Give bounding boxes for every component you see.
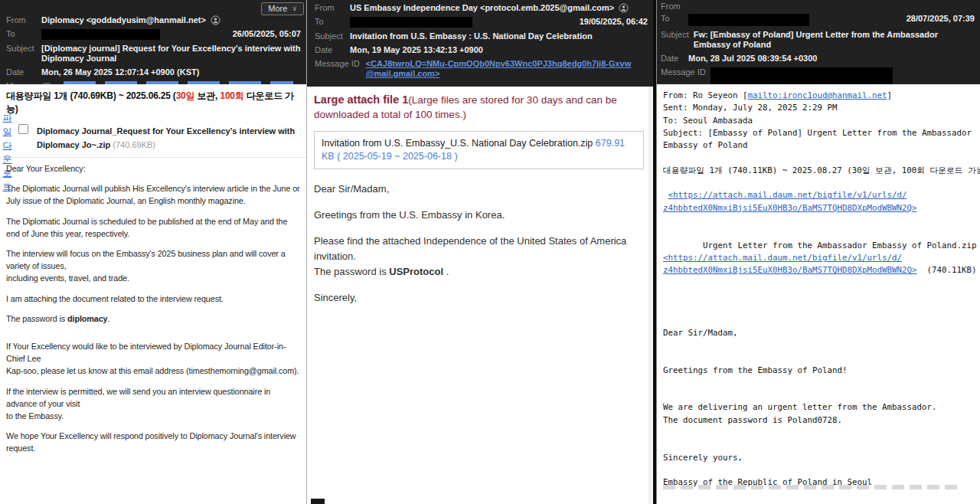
more-button[interactable]: More∨ <box>261 2 304 15</box>
text-line <box>663 277 980 289</box>
email-body-text: Dear Your Excellency:The Diplomatic Jour… <box>6 162 303 455</box>
text-line: Greetings from the Embassy of Poland! <box>663 365 980 377</box>
large-file-notice: 대용량파일 1개 (740.69KB) ~ 2025.06.25 (30일 보관… <box>6 90 303 116</box>
redacted-recipient <box>41 29 160 40</box>
text-line <box>6 422 303 430</box>
attachment-size: (740.69KB) <box>113 140 155 149</box>
text-line: The interview will focus on the Embassy'… <box>6 247 303 272</box>
to-row: To 26/05/2025, 05:07 <box>6 29 302 40</box>
file-download-char[interactable]: 파 <box>2 111 13 125</box>
text-line: Sent: Monday, July 28, 2025 2:29 PM <box>663 102 980 114</box>
text-line: Sincerely yours, <box>663 452 980 464</box>
redacted-faint-line <box>663 485 960 489</box>
subject-label: Subject <box>315 31 344 41</box>
attachment-checkbox[interactable] <box>18 124 28 134</box>
to-row: To 28/07/2025, 07:39 <box>661 14 976 26</box>
text-line: Sincerely, <box>314 290 647 306</box>
attachment-name[interactable]: Diplomacy Journal_Request for Your Excel… <box>37 126 295 149</box>
text-line <box>663 439 980 451</box>
text-line <box>663 177 980 189</box>
text-line: including events, travel, and trade. <box>6 272 303 284</box>
link[interactable]: z4hbbtedX0NmxiBjsi5EuX0HB3o/BaMS7TQHD8DX… <box>663 265 917 275</box>
text-line: The Diplomatic Journal is scheduled to b… <box>6 215 303 240</box>
subject-value: Invitation from U.S. Embassy : U.S. Nati… <box>350 31 593 41</box>
text-line: The document password is Poland0728. <box>663 414 980 427</box>
text-line <box>6 305 303 313</box>
text-line: To: Seoul Ambasada <box>663 115 980 127</box>
text-segment: From: Ro Seyeon [ <box>663 90 748 100</box>
text-segment: . <box>443 266 449 277</box>
subject-row: Subject [Diplomacy journal] Request for … <box>6 44 302 64</box>
file-download-char[interactable]: 운 <box>2 152 13 166</box>
link[interactable]: <https://attach.mail.daum.net/bigfile/v1… <box>668 190 907 200</box>
text-line: Urgent Letter from the Ambassador Embass… <box>663 240 980 252</box>
email-panel-embassy-of-poland: From To 28/07/2025, 07:39 Subject Fw: [E… <box>656 0 980 504</box>
text-segment: 보관, <box>194 90 220 101</box>
text-line: Greetings from the U.S. Embassy in Korea… <box>314 208 647 223</box>
text-line: Please find the attached Independence of… <box>314 234 647 264</box>
chevron-down-icon: ∨ <box>292 5 297 12</box>
text-line: z4hbbtedX0NmxiBjsi5EuX0HB3o/BaMS7TQHD8DX… <box>663 264 980 277</box>
subject-value: Fw: [Embassy of Poland] Urgent Letter fr… <box>694 30 962 50</box>
file-download-char[interactable]: 일 <box>2 125 13 139</box>
redacted-recipient <box>350 17 472 28</box>
text-line <box>6 208 303 215</box>
contact-icon[interactable] <box>211 15 220 25</box>
message-id-link[interactable]: <CAJ8twroLQ=NMu-CpmOQb0Npv63Wnc0PJ3hq8ed… <box>366 59 632 79</box>
text-line: Kap-soo, please let us know at this emai… <box>6 365 303 377</box>
text-line <box>6 325 303 332</box>
redacted-recipient <box>688 14 809 26</box>
file-download-vertical-link[interactable]: 파일다운로드 <box>2 111 13 194</box>
email-panel-us-embassy: From US Embassy Independence Day <protoc… <box>306 0 653 504</box>
date-row: Date Mon, 28 Jul 2025 08:39:54 +0300 <box>661 54 976 64</box>
text-line: Dear Sir/Madam, <box>314 182 647 197</box>
text-line <box>314 280 647 290</box>
cropped-image-fragment <box>311 499 325 504</box>
text-line: If Your Excellency would like to be inte… <box>6 340 303 365</box>
redacted-message-id <box>710 67 893 84</box>
subject-row: Subject Invitation from U.S. Embassy : U… <box>315 31 649 41</box>
email-body-left: 대용량파일 1개 (740.69KB) ~ 2025.06.25 (30일 보관… <box>0 84 306 455</box>
text-line: z4hbbtedX0NmxiBjsi5EuX0HB3o/BaMS7TQHD8DX… <box>663 202 980 214</box>
contact-icon[interactable] <box>619 3 629 13</box>
text-line: If the interview is permitted, we will s… <box>6 385 303 410</box>
link[interactable]: <https://attach.mail.daum.net/bigfile/v1… <box>663 253 902 263</box>
text-line <box>6 332 303 340</box>
text-line: Dear Your Excellency: <box>6 162 303 175</box>
received-datetime: 28/07/2025, 07:39 <box>906 14 976 24</box>
text-line <box>663 302 980 314</box>
message-id-label: Message ID <box>661 67 706 77</box>
text-line <box>663 227 980 239</box>
divider-rule <box>0 157 306 158</box>
text-segment: . <box>108 314 110 323</box>
to-label: To <box>6 29 35 39</box>
to-row: To 19/05/2025, 06:42 <box>315 17 649 28</box>
email-body-right: From: Ro Seyeon [mailto:ironc1oud@hanmai… <box>657 84 980 489</box>
text-line <box>6 240 303 247</box>
message-id-row: Message ID <box>661 67 976 84</box>
text-segment: USProtocol <box>389 266 443 277</box>
text-segment: Large attach file 1 <box>314 93 408 106</box>
text-line: From: Ro Seyeon [mailto:ironc1oud@hanmai… <box>663 90 980 102</box>
text-segment: 100회 <box>220 90 243 101</box>
subject-label: Subject <box>661 30 689 40</box>
text-line <box>663 339 980 352</box>
text-segment: (740.11KB) <box>917 265 977 275</box>
from-label: From <box>315 3 344 13</box>
from-value: US Embassy Independence Day <protocol.em… <box>350 3 614 13</box>
date-label: Date <box>315 45 344 55</box>
file-download-char[interactable]: 다 <box>2 139 13 152</box>
file-download-char[interactable]: 로 <box>2 166 13 180</box>
attachment-box[interactable]: Invitation from U.S. Embassy_U.S. Nation… <box>314 131 644 169</box>
to-label: To <box>661 14 684 24</box>
email-header-right: From To 28/07/2025, 07:39 Subject Fw: [E… <box>657 0 980 84</box>
file-download-char[interactable]: 드 <box>2 180 13 194</box>
link[interactable]: z4hbbtedX0NmxiBjsi5EuX0HB3o/BaMS7TQHD8DX… <box>663 203 917 213</box>
large-attach-notice: Large attach file 1(Large files are stor… <box>314 93 647 122</box>
message-id-label: Message ID <box>315 59 360 69</box>
text-line <box>663 352 980 364</box>
link[interactable]: mailto:ironc1oud@hanmail.net <box>748 90 887 100</box>
received-datetime: 19/05/2025, 06:42 <box>580 17 649 27</box>
text-line <box>663 464 980 476</box>
text-segment: 30일 <box>176 90 195 101</box>
